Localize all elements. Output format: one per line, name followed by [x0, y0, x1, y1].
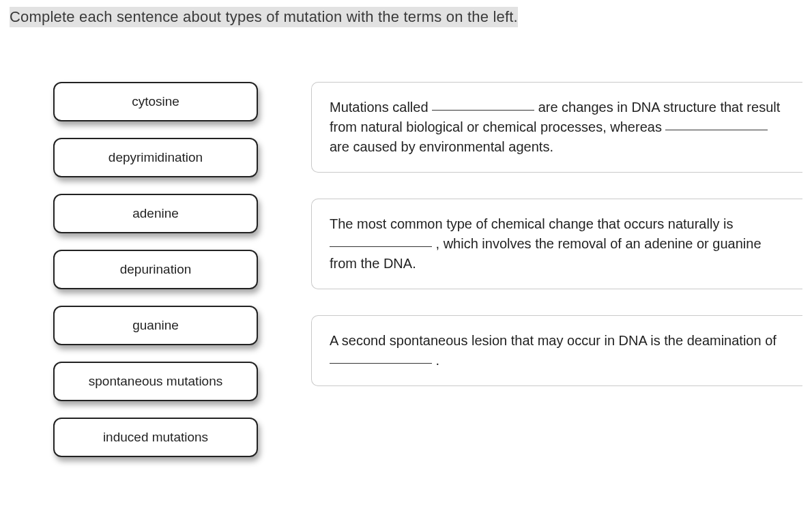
term-induced-mutations[interactable]: induced mutations [53, 418, 258, 457]
panel3-text-b: . [432, 353, 439, 368]
term-depurination[interactable]: depurination [53, 250, 258, 289]
panel1-blank-1[interactable] [432, 97, 534, 111]
panel3-text-a: A second spontaneous lesion that may occ… [330, 333, 777, 348]
sentence-panel-2[interactable]: The most common type of chemical change … [311, 199, 802, 289]
panel2-blank-1[interactable] [330, 233, 432, 247]
term-cytosine[interactable]: cytosine [53, 82, 258, 121]
instruction-text: Complete each sentence about types of mu… [10, 7, 518, 27]
term-list: cytosine depyrimidination adenine depuri… [53, 82, 258, 457]
term-guanine[interactable]: guanine [53, 306, 258, 345]
panel1-text-a: Mutations called [330, 100, 432, 115]
sentence-panel-1[interactable]: Mutations called are changes in DNA stru… [311, 82, 802, 173]
panel1-blank-2[interactable] [665, 117, 768, 130]
sentence-panel-3[interactable]: A second spontaneous lesion that may occ… [311, 315, 802, 386]
drop-panels: Mutations called are changes in DNA stru… [311, 82, 802, 457]
content-area: cytosine depyrimidination adenine depuri… [10, 82, 802, 457]
term-adenine[interactable]: adenine [53, 194, 258, 233]
panel1-text-c: are caused by environmental agents. [330, 139, 553, 154]
panel2-text-a: The most common type of chemical change … [330, 216, 733, 231]
panel3-blank-1[interactable] [330, 350, 432, 364]
term-depyrimidination[interactable]: depyrimidination [53, 138, 258, 177]
term-spontaneous-mutations[interactable]: spontaneous mutations [53, 362, 258, 401]
